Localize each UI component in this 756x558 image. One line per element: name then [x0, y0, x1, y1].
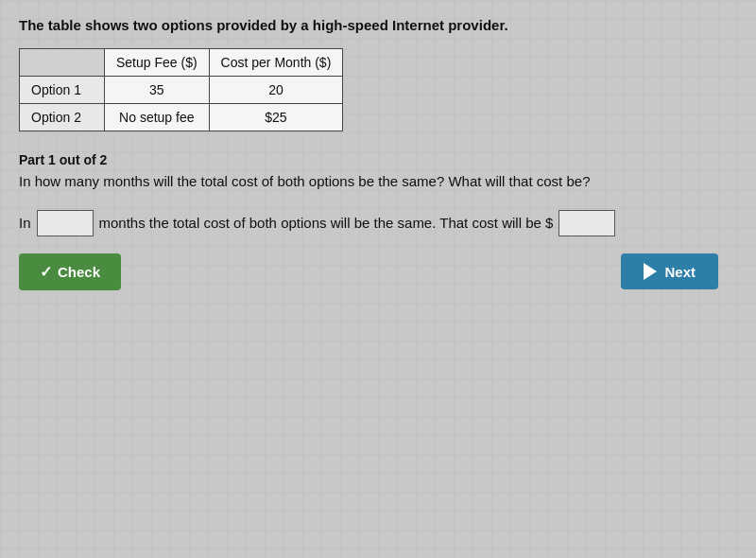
table-header-setup-fee: Setup Fee ($) — [105, 49, 210, 77]
question-text: In how many months will the total cost o… — [19, 171, 737, 193]
answer-row: In months the total cost of both options… — [19, 210, 737, 236]
arrow-right-icon — [644, 263, 657, 280]
check-button-label: Check — [58, 264, 100, 280]
table-row: Option 2 No setup fee $25 — [20, 104, 343, 131]
option2-label: Option 2 — [20, 104, 105, 131]
options-table: Setup Fee ($) Cost per Month ($) Option … — [19, 48, 343, 131]
checkmark-icon: ✓ — [40, 263, 52, 281]
option2-cost-per-month: $25 — [209, 104, 343, 131]
table-wrapper: Setup Fee ($) Cost per Month ($) Option … — [19, 48, 737, 131]
buttons-row: ✓ Check Next — [19, 253, 718, 290]
next-button-label: Next — [664, 264, 696, 280]
option2-setup-fee: No setup fee — [105, 104, 210, 131]
cost-input[interactable] — [558, 210, 615, 236]
intro-text: The table shows two options provided by … — [19, 17, 737, 33]
main-content: The table shows two options provided by … — [19, 17, 737, 290]
next-button[interactable]: Next — [621, 253, 718, 289]
option1-setup-fee: 35 — [105, 77, 210, 104]
answer-suffix: months the total cost of both options wi… — [99, 215, 554, 231]
check-button[interactable]: ✓ Check — [19, 253, 121, 290]
table-header-empty — [20, 49, 105, 77]
option1-cost-per-month: 20 — [209, 77, 343, 104]
table-header-cost-per-month: Cost per Month ($) — [209, 49, 343, 77]
option1-label: Option 1 — [20, 77, 105, 104]
months-input[interactable] — [37, 210, 94, 236]
part-label: Part 1 out of 2 — [19, 152, 737, 167]
answer-prefix: In — [19, 215, 31, 231]
table-row: Option 1 35 20 — [20, 77, 343, 104]
